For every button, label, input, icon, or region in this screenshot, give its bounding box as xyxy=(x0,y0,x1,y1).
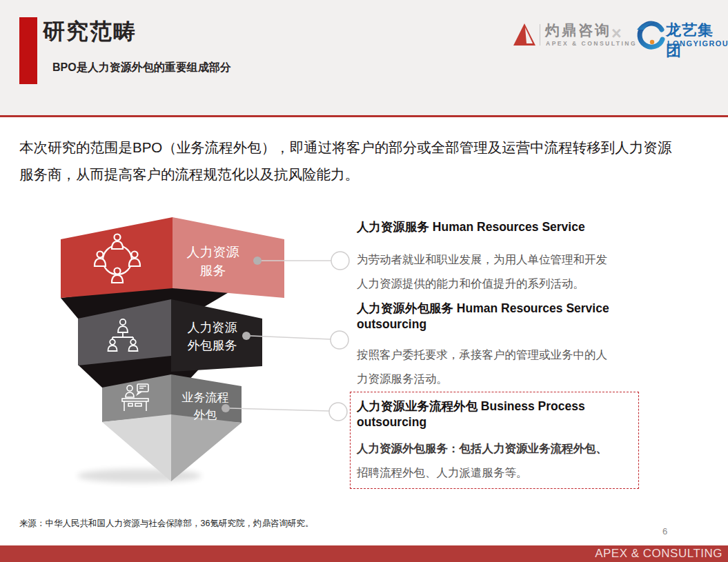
definition-2-title: 人力资源外包服务 Human Resources Service outsour… xyxy=(357,301,609,332)
funnel-level1-left-panel xyxy=(61,217,173,298)
longyi-logo-tagline: LONGYIGROUP xyxy=(667,39,728,48)
funnel-tip-right xyxy=(171,414,242,481)
logo-divider xyxy=(540,24,540,46)
logo-separator: × xyxy=(611,23,622,43)
definition-3-description: 招聘流程外包、人力派遣服务等。 xyxy=(357,465,528,481)
apex-logo-name: 灼鼎咨询 xyxy=(545,21,611,40)
footer-bar: APEX & CONSULTING xyxy=(0,545,728,562)
intro-paragraph: 本次研究的范围是BPO（业务流程外包），即通过将客户的部分或全部管理及运营中流程… xyxy=(19,134,722,188)
page-number: 6 xyxy=(662,526,667,536)
header-divider-line xyxy=(0,115,728,117)
title-accent-bar xyxy=(19,17,37,84)
footer-brand: APEX & CONSULTING xyxy=(595,545,722,562)
apex-logo-tagline: APEX & CONSULTING xyxy=(546,40,637,47)
funnel-level1-label: 人力资源 服务 xyxy=(170,243,256,280)
definition-1-description: 为劳动者就业和职业发展，为用人单位管理和开发 人力资源提供的能力和价值提升的系列… xyxy=(357,248,607,296)
red-triangle-icon xyxy=(511,21,538,47)
definition-1-title: 人力资源服务 Human Resources Service xyxy=(357,219,585,235)
slide: 研究范畴 BPO是人力资源外包的重要组成部分 灼鼎咨询 APEX & CONSU… xyxy=(0,0,728,562)
funnel-level3-label: 业务流程 外包 xyxy=(169,389,242,423)
definition-2-description: 按照客户委托要求，承接客户的管理或业务中的人 力资源服务活动。 xyxy=(357,343,607,391)
definition-3-title: 人力资源业务流程外包 Business Process outsourcing xyxy=(357,399,585,430)
definition-3-description-bold: 人力资源外包服务：包括人力资源业务流程外包、 xyxy=(357,441,607,456)
page-title: 研究范畴 xyxy=(43,17,137,47)
funnel-level2-label: 人力资源 外包服务 xyxy=(173,319,252,354)
source-note: 来源：中华人民共和国人力资源与社会保障部，36氪研究院，灼鼎咨询研究。 xyxy=(19,518,313,530)
page-subtitle: BPO是人力资源外包的重要组成部分 xyxy=(52,61,231,75)
blue-dragon-swirl-icon xyxy=(635,19,667,51)
